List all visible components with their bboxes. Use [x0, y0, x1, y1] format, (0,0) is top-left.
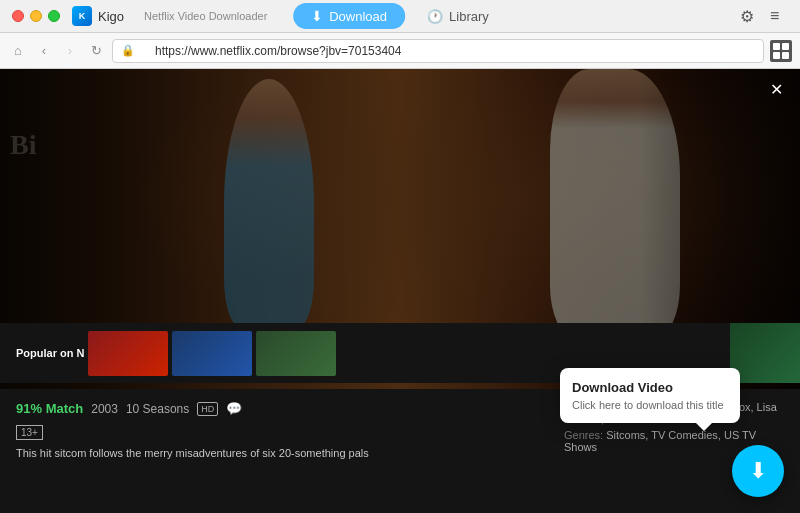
- popular-thumb-2[interactable]: [172, 331, 252, 376]
- nav-tabs: ⬇ Download 🕐 Library: [293, 3, 507, 29]
- menu-icon[interactable]: ≡: [770, 7, 788, 25]
- maximize-button[interactable]: [48, 10, 60, 22]
- url-text: https://www.netflix.com/browse?jbv=70153…: [155, 44, 401, 58]
- release-year: 2003: [91, 402, 118, 416]
- show-description: This hit sitcom follows the merry misadv…: [16, 446, 548, 461]
- minimize-button[interactable]: [30, 10, 42, 22]
- forward-button[interactable]: ›: [60, 41, 80, 61]
- popular-thumb-1[interactable]: [88, 331, 168, 376]
- content-area: Bi ✕ F R I E N D S ▶ Play + 👍 Popular on…: [0, 69, 800, 513]
- bottom-left: 91% Match 2003 10 Seasons HD 💬 13+ This …: [16, 401, 548, 501]
- back-button[interactable]: ‹: [34, 41, 54, 61]
- traffic-lights: [12, 10, 60, 22]
- close-button[interactable]: [12, 10, 24, 22]
- library-tab-icon: 🕐: [427, 9, 443, 24]
- popular-thumb-4[interactable]: [730, 323, 800, 383]
- app-name: Kigo: [98, 9, 124, 24]
- download-tooltip: Download Video Click here to download th…: [560, 368, 740, 423]
- settings-icon[interactable]: ⚙: [740, 7, 758, 25]
- match-percentage: 91% Match: [16, 401, 83, 416]
- tooltip-arrow: [696, 423, 712, 431]
- url-bar[interactable]: 🔒 https://www.netflix.com/browse?jbv=701…: [112, 39, 764, 63]
- genres-label: Genres:: [564, 429, 603, 441]
- tooltip-subtitle: Click here to download this title: [572, 399, 728, 411]
- tab-library[interactable]: 🕐 Library: [409, 3, 507, 29]
- tab-download-label: Download: [329, 9, 387, 24]
- addressbar: ⌂ ‹ › ↻ 🔒 https://www.netflix.com/browse…: [0, 33, 800, 69]
- app-logo: K: [72, 6, 92, 26]
- titlebar: K Kigo Netflix Video Downloader ⬇ Downlo…: [0, 0, 800, 33]
- rating-badge: 13+: [16, 425, 43, 440]
- popular-thumb-3[interactable]: [256, 331, 336, 376]
- hd-badge: HD: [197, 402, 218, 416]
- match-row: 91% Match 2003 10 Seasons HD 💬: [16, 401, 548, 416]
- download-tab-icon: ⬇: [311, 8, 323, 24]
- tooltip-title: Download Video: [572, 380, 728, 395]
- titlebar-actions: ⚙ ≡: [740, 7, 788, 25]
- download-fab-button[interactable]: ⬇: [732, 445, 784, 497]
- download-fab-icon: ⬇: [749, 458, 767, 484]
- lock-icon: 🔒: [121, 44, 135, 57]
- popular-label: Popular on N: [16, 347, 84, 359]
- tab-library-label: Library: [449, 9, 489, 24]
- app-subtitle: Netflix Video Downloader: [144, 10, 267, 22]
- tab-download[interactable]: ⬇ Download: [293, 3, 405, 29]
- close-button[interactable]: ✕: [764, 77, 788, 101]
- home-button[interactable]: ⌂: [8, 41, 28, 61]
- extensions-icon[interactable]: [770, 40, 792, 62]
- reload-button[interactable]: ↻: [86, 41, 106, 61]
- seasons-count: 10 Seasons: [126, 402, 189, 416]
- cc-icon: 💬: [226, 401, 242, 416]
- rating-row: 13+: [16, 422, 548, 446]
